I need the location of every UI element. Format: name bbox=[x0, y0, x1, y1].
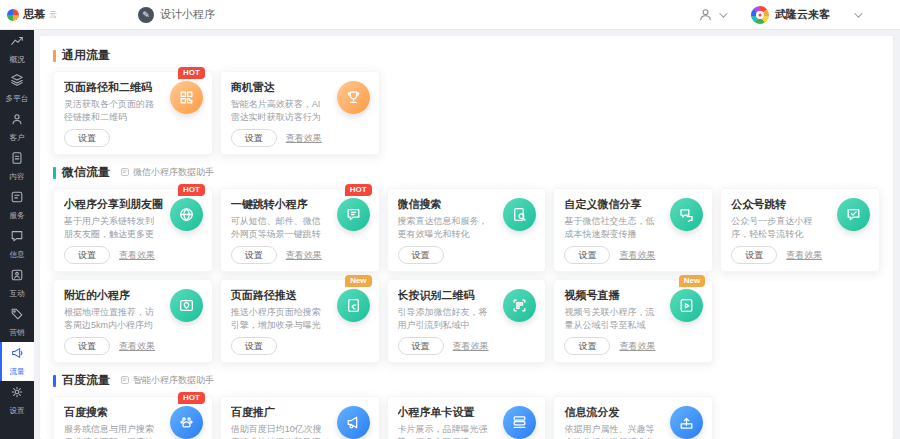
sidebar-item-1[interactable]: 概况 bbox=[0, 30, 34, 69]
view-effect-link[interactable]: 查看效果 bbox=[453, 340, 489, 353]
section-title: 通用流量 bbox=[62, 47, 110, 64]
sidebar-item-10[interactable]: 设置 bbox=[0, 381, 34, 420]
setup-button[interactable]: 设置 bbox=[731, 246, 777, 264]
view-effect-link[interactable]: 查看效果 bbox=[119, 249, 155, 262]
view-effect-link[interactable]: 查看效果 bbox=[286, 249, 322, 262]
feature-card: HOT百度搜索服务或信息与用户搜索需求精准匹配，深度转化用户设置查看效果 bbox=[53, 396, 213, 439]
user-menu[interactable] bbox=[698, 7, 725, 22]
feature-card: New视频号直播视频号关联小程序，流量从公域引导至私域设置查看效果 bbox=[553, 279, 713, 363]
setup-button[interactable]: 设置 bbox=[398, 337, 444, 355]
view-effect-link[interactable]: 查看效果 bbox=[619, 340, 655, 353]
brand-logo[interactable]: 思慕 云 bbox=[0, 7, 120, 22]
interact-icon bbox=[10, 268, 24, 286]
sidebar-item-5[interactable]: 服务 bbox=[0, 186, 34, 225]
user-icon bbox=[10, 112, 24, 130]
view-effect-link[interactable]: 查看效果 bbox=[619, 249, 655, 262]
user-icon bbox=[698, 7, 713, 22]
section-2: 微信流量微信小程序数据助手HOT小程序分享到朋友圈基于用户关系链转发到朋友友圈，… bbox=[53, 164, 880, 363]
feature-card: New页面路径推送推送小程序页面给搜索引擎，增加收录与曝光机会设置 bbox=[220, 279, 380, 363]
view-effect-link[interactable]: 查看效果 bbox=[786, 249, 822, 262]
promo-megaphone-icon bbox=[337, 406, 370, 439]
trophy-icon bbox=[337, 81, 370, 114]
mini-grid-icon bbox=[120, 375, 130, 387]
data-assistant-link[interactable]: 微信小程序数据助手 bbox=[120, 166, 214, 179]
sidebar-nav: 概况多平台客户内容服务信息互动营销流量设置 bbox=[0, 30, 34, 439]
map-location-icon bbox=[170, 289, 203, 322]
data-assistant-label: 微信小程序数据助手 bbox=[133, 166, 214, 179]
layers-icon bbox=[10, 73, 24, 91]
section-3: 百度流量智能小程序数据助手HOT百度搜索服务或信息与用户搜索需求精准匹配，深度转… bbox=[53, 372, 880, 439]
setup-button[interactable]: 设置 bbox=[398, 246, 444, 264]
megaphone-icon bbox=[10, 346, 24, 364]
setup-button[interactable]: 设置 bbox=[231, 337, 277, 355]
setup-button[interactable]: 设置 bbox=[564, 246, 610, 264]
section-accent-bar bbox=[53, 167, 56, 179]
chat-jump-icon bbox=[337, 198, 370, 231]
file-icon bbox=[10, 151, 24, 169]
sidebar-item-label: 服务 bbox=[9, 210, 24, 220]
app-title: 设计小程序 bbox=[160, 7, 215, 22]
data-assistant-link[interactable]: 智能小程序数据助手 bbox=[120, 374, 214, 387]
setup-button[interactable]: 设置 bbox=[64, 129, 110, 147]
view-effect-link[interactable]: 查看效果 bbox=[119, 340, 155, 353]
data-assistant-label: 智能小程序数据助手 bbox=[133, 374, 214, 387]
sidebar-item-4[interactable]: 内容 bbox=[0, 147, 34, 186]
sidebar-item-8[interactable]: 营销 bbox=[0, 303, 34, 342]
feature-card: 信息流分发依据用户属性、兴趣等个性化标签进行精准分发设置查看效果 bbox=[553, 396, 713, 439]
service-icon bbox=[10, 190, 24, 208]
sidebar-item-label: 营销 bbox=[9, 327, 24, 337]
video-live-icon bbox=[670, 289, 703, 322]
sidebar-item-2[interactable]: 多平台 bbox=[0, 69, 34, 108]
workspace-selector[interactable]: 武隆云来客 bbox=[751, 6, 860, 24]
sidebar-item-label: 信息 bbox=[9, 249, 24, 259]
setup-button[interactable]: 设置 bbox=[564, 337, 610, 355]
feature-card: 自定义微信分享基于微信社交生态，低成本快速裂变传播设置查看效果 bbox=[553, 188, 713, 272]
sidebar-item-label: 互动 bbox=[9, 288, 24, 298]
feature-card: 百度推广借助百度日均10亿次搜索请求快速曝光和导流设置 bbox=[220, 396, 380, 439]
sidebar-item-label: 设置 bbox=[9, 405, 24, 415]
feature-card: HOT小程序分享到朋友圈基于用户关系链转发到朋友友圈，触达更多更广客户设置查看效… bbox=[53, 188, 213, 272]
sidebar-item-3[interactable]: 客户 bbox=[0, 108, 34, 147]
view-effect-link[interactable]: 查看效果 bbox=[286, 132, 322, 145]
sidebar-item-9[interactable]: 流量 bbox=[0, 342, 34, 381]
hot-badge: HOT bbox=[178, 184, 205, 196]
setup-button[interactable]: 设置 bbox=[64, 337, 110, 355]
sidebar-item-label: 概况 bbox=[9, 54, 24, 64]
feature-card: 长按识别二维码引导添加微信好友，将用户引流到私域中设置查看效果 bbox=[387, 279, 547, 363]
sidebar-item-label: 多平台 bbox=[6, 93, 29, 103]
top-header: 思慕 云 ✎ 设计小程序 武隆云来客 bbox=[0, 0, 900, 30]
brand-suffix: 云 bbox=[49, 9, 57, 20]
feature-card: 商机雷达智能名片高效获客，AI雷达实时获取访客行为轨迹设置查看效果 bbox=[220, 71, 380, 155]
section-title: 微信流量 bbox=[62, 164, 110, 181]
workspace-name: 武隆云来客 bbox=[775, 7, 830, 22]
feature-card: HOT一键跳转小程序可从短信、邮件、微信外网页等场景一键跳转至小程序设置查看效果 bbox=[220, 188, 380, 272]
paw-search-icon bbox=[170, 406, 203, 439]
doc-link-icon bbox=[337, 289, 370, 322]
hot-badge: HOT bbox=[178, 67, 205, 79]
sidebar-item-label: 流量 bbox=[9, 366, 24, 376]
section-title: 百度流量 bbox=[62, 372, 110, 389]
sidebar-item-label: 内容 bbox=[9, 171, 24, 181]
sidebar-item-6[interactable]: 信息 bbox=[0, 225, 34, 264]
app-switcher[interactable]: ✎ 设计小程序 bbox=[138, 7, 215, 23]
feature-card: HOT页面路径和二维码灵活获取各个页面的路径链接和二维码设置 bbox=[53, 71, 213, 155]
section-accent-bar bbox=[53, 50, 56, 62]
section-accent-bar bbox=[53, 375, 56, 387]
share-globe-icon bbox=[170, 198, 203, 231]
gear-icon bbox=[10, 385, 24, 403]
tag-icon bbox=[10, 307, 24, 325]
qrcode-icon bbox=[170, 81, 203, 114]
chart-icon bbox=[10, 34, 24, 52]
setup-button[interactable]: 设置 bbox=[231, 129, 277, 147]
new-badge: New bbox=[679, 275, 705, 287]
feature-card: 微信搜索搜索直达信息和服务，更有效曝光和转化设置 bbox=[387, 188, 547, 272]
sidebar-item-7[interactable]: 互动 bbox=[0, 264, 34, 303]
setup-button[interactable]: 设置 bbox=[231, 246, 277, 264]
brand-name: 思慕 bbox=[23, 7, 45, 22]
setup-button[interactable]: 设置 bbox=[64, 246, 110, 264]
mini-grid-icon bbox=[120, 167, 130, 179]
chevron-down-icon bbox=[854, 9, 862, 17]
distribute-box-icon bbox=[670, 406, 703, 439]
feature-card: 小程序单卡设置卡片展示，品牌曝光强势，服务交互便捷，一搜即达设置查看效果 bbox=[387, 396, 547, 439]
wechat-share-icon bbox=[670, 198, 703, 231]
